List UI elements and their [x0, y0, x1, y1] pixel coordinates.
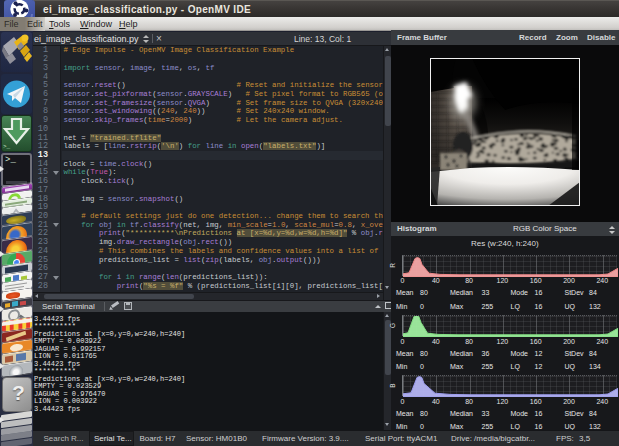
svg-text:>_: >_ — [3, 143, 11, 150]
